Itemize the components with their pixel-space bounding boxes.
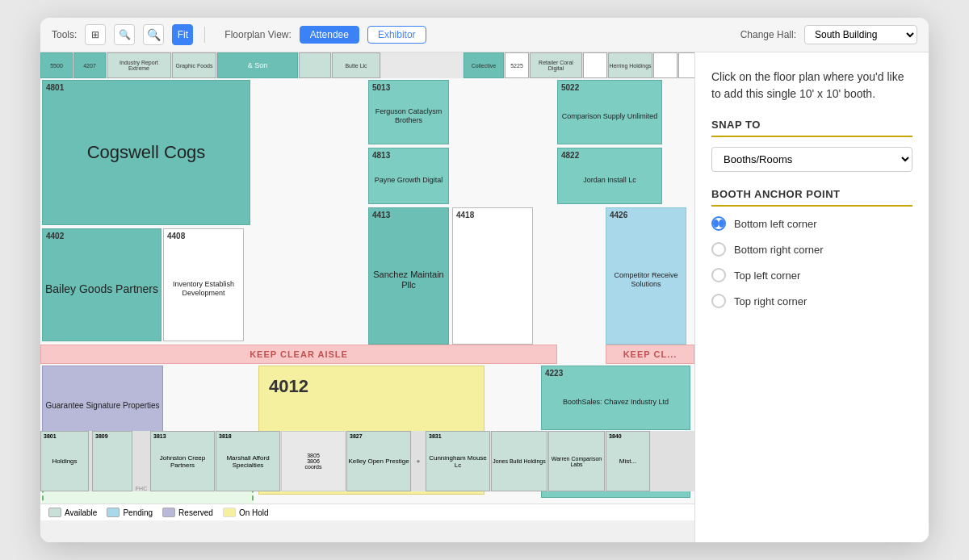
- booth-name-5013: Ferguson Cataclysm Brothers: [369, 106, 448, 127]
- booth-num-4426: 4426: [610, 211, 627, 219]
- booth-name-4408: Inventory Establish Development: [164, 278, 243, 299]
- booth-jones[interactable]: Jones Build Holdings: [491, 431, 547, 491]
- booth-3809[interactable]: 3809: [92, 431, 132, 491]
- booth-misc[interactable]: 38053806coords: [281, 431, 346, 491]
- top-strip-item: Industry ReportExtreme: [107, 52, 171, 78]
- aisle-bar-right: KEEP CL...: [606, 345, 694, 364]
- booth-num-4413: 4413: [372, 211, 390, 219]
- booth-4418[interactable]: 4418: [452, 207, 533, 345]
- legend-bar: Available Pending Reserved On Hold: [40, 504, 694, 520]
- top-strip-item: [299, 52, 331, 78]
- booth-4413[interactable]: 4413 Sanchez Maintain Pllc: [368, 207, 449, 345]
- bottom-strip: 3801 Holdings 3809 FHC 3813: [40, 431, 694, 491]
- booth-4801[interactable]: 4801 Cogswell Cogs: [42, 80, 250, 225]
- booth-num-4223: 4223: [545, 369, 563, 378]
- legend-swatch-pending: [107, 508, 120, 517]
- legend-pending: Pending: [107, 508, 153, 517]
- top-strip-item: [583, 52, 607, 78]
- booth-name-4402: Bailey Goods Partners: [44, 281, 160, 298]
- main-content: 5500 4207 Industry ReportExtreme Graphic…: [40, 52, 929, 542]
- radio-bottom-right[interactable]: [711, 242, 726, 257]
- zoom-in-button[interactable]: 🔍: [114, 24, 135, 45]
- attendee-view-button[interactable]: Attendee: [300, 26, 359, 44]
- booth-3831[interactable]: 3831 Cunningham Mouse Lc: [426, 431, 490, 491]
- anchor-bottom-left[interactable]: Bottom left corner: [711, 216, 912, 231]
- top-strip-item: [678, 52, 694, 78]
- app-window: Tools: ⊞ 🔍 🔍 Fit Floorplan View: Attende…: [40, 18, 929, 542]
- anchor-label-top-right: Top right corner: [734, 295, 807, 307]
- booth-name-5022: Comparison Supply Unlimited: [560, 111, 660, 123]
- top-strip-herring: Herring Holdings: [608, 52, 652, 78]
- legend-label-available: Available: [65, 508, 97, 517]
- anchor-bottom-right[interactable]: Bottom right corner: [711, 242, 912, 257]
- booth-num-4418: 4418: [456, 211, 474, 219]
- radio-top-right[interactable]: [711, 294, 726, 308]
- top-strip-item: 5500: [40, 52, 73, 78]
- hall-select[interactable]: South Building North Building East Hall: [804, 25, 917, 44]
- aisle-bar-left: KEEP CLEAR AISLE: [40, 345, 557, 364]
- booth-name-4413: Sanchez Maintain Pllc: [369, 268, 448, 292]
- booth-3827[interactable]: 3827 Kelley Open Prestige: [346, 431, 411, 491]
- legend-onhold: On Hold: [223, 508, 269, 517]
- top-strip-gap: [381, 52, 463, 78]
- booth-warren[interactable]: Warren Comparison Labs: [548, 431, 605, 491]
- booth-4402[interactable]: 4402 Bailey Goods Partners: [42, 228, 162, 341]
- booth-4223[interactable]: 4223 BoothSales: Chavez Industry Ltd: [541, 366, 690, 430]
- snap-to-title: SNAP TO: [711, 119, 912, 137]
- tools-label: Tools:: [52, 29, 77, 40]
- booth-5013[interactable]: 5013 Ferguson Cataclysm Brothers: [368, 80, 449, 144]
- legend-swatch-available: [48, 508, 61, 517]
- floorplan-area[interactable]: 5500 4207 Industry ReportExtreme Graphic…: [40, 52, 694, 542]
- exhibitor-view-button[interactable]: Exhibitor: [367, 26, 426, 44]
- top-strip-son: & Son: [217, 52, 298, 78]
- booth-name-guarantee: Guarantee Signature Properties: [44, 399, 161, 412]
- booth-4813[interactable]: 4813 Payne Growth Digital: [368, 148, 449, 204]
- floorplan-canvas[interactable]: 5500 4207 Industry ReportExtreme Graphic…: [40, 52, 694, 520]
- booth-name-4813: Payne Growth Digital: [373, 174, 445, 186]
- booth-name-4223: BoothSales: Chavez Industry Ltd: [561, 396, 670, 408]
- booth-4408[interactable]: 4408 Inventory Establish Development: [163, 228, 244, 341]
- anchor-top-left[interactable]: Top left corner: [711, 268, 912, 282]
- anchor-label-bottom-right: Bottom right corner: [734, 244, 824, 256]
- top-strip-retailer: Retailer Coral Digital: [530, 52, 582, 78]
- legend-swatch-onhold: [223, 508, 236, 517]
- booth-3801[interactable]: 3801 Holdings: [40, 431, 89, 491]
- anchor-top-right[interactable]: Top right corner: [711, 294, 912, 308]
- top-strip-item: 5225: [505, 52, 529, 78]
- booth-num-4801: 4801: [46, 83, 64, 92]
- floorplan-view-label: Floorplan View:: [224, 29, 292, 40]
- radio-top-left[interactable]: [711, 268, 726, 282]
- legend-label-reserved: Reserved: [178, 508, 213, 517]
- booth-3813[interactable]: 3813 Johnston Creep Partners: [150, 431, 215, 491]
- booth-num-4822: 4822: [561, 151, 579, 160]
- zoom-out-button[interactable]: 🔍: [143, 24, 164, 45]
- booth-name-4822: Jordan Install Lc: [581, 174, 638, 186]
- legend-label-onhold: On Hold: [239, 508, 269, 517]
- floorplan-scroll: 5500 4207 Industry ReportExtreme Graphic…: [40, 52, 694, 542]
- booth-num-5022: 5022: [561, 83, 579, 92]
- top-strip-item: Graphic Foods: [172, 52, 216, 78]
- anchor-label-top-left: Top left corner: [734, 270, 800, 282]
- booth-num-4402: 4402: [46, 232, 64, 240]
- grid-tool-button[interactable]: ⊞: [85, 24, 106, 45]
- divider: [204, 27, 205, 43]
- top-strip-item: 4207: [73, 52, 106, 78]
- legend-available: Available: [48, 508, 97, 517]
- legend-reserved: Reserved: [162, 508, 213, 517]
- snap-select[interactable]: Booths/Rooms Grid None: [711, 147, 912, 172]
- booth-3840[interactable]: 3840 Mist...: [606, 431, 650, 491]
- change-hall-label: Change Hall:: [740, 29, 796, 40]
- radio-bottom-left[interactable]: [711, 216, 726, 231]
- booth-3818[interactable]: 3818 Marshall Afford Specialties: [216, 431, 280, 491]
- fit-button[interactable]: Fit: [172, 24, 193, 45]
- booth-num-4408: 4408: [167, 232, 185, 240]
- legend-swatch-reserved: [162, 508, 175, 517]
- panel-instruction: Click on the floor plan where you'd like…: [711, 69, 912, 102]
- top-strip-butte: Butte Llc: [332, 52, 380, 78]
- booth-num-4012: 4012: [269, 376, 308, 397]
- booth-name-4801: Cogswell Cogs: [86, 140, 208, 165]
- booth-4426[interactable]: 4426 Competitor Receive Solutions: [606, 207, 686, 345]
- anchor-label-bottom-left: Bottom left corner: [734, 218, 817, 230]
- booth-4822[interactable]: 4822 Jordan Install Lc: [557, 148, 662, 204]
- booth-5022[interactable]: 5022 Comparison Supply Unlimited: [557, 80, 662, 144]
